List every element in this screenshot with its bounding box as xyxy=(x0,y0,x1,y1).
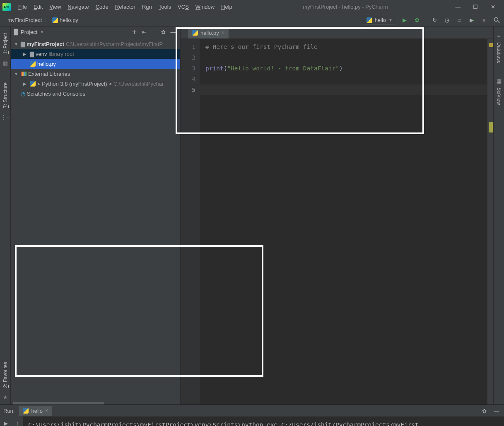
search-everywhere-button[interactable] xyxy=(492,16,501,24)
run-output-line-1: C:\Users\ishit\PycharmProjects\myFirstPr… xyxy=(28,421,419,426)
sciview-icon[interactable]: ▦ xyxy=(496,77,502,84)
locate-button[interactable]: ✛ xyxy=(130,29,138,36)
breadcrumb-file-label: hello.py xyxy=(60,17,78,23)
editor-marker-bar[interactable] xyxy=(487,39,493,404)
python-file-icon xyxy=(52,17,58,23)
close-tab-icon[interactable]: × xyxy=(45,408,48,414)
menu-refactor[interactable]: Refactor xyxy=(112,0,139,14)
run-configuration-selector[interactable]: hello ▼ xyxy=(363,16,396,24)
run-console-output[interactable]: C:\Users\ishit\PycharmProjects\myFirstPr… xyxy=(23,416,504,426)
settings-button[interactable]: ✿ xyxy=(159,29,167,36)
menu-help[interactable]: Help xyxy=(218,0,236,14)
run-settings-button[interactable]: ✿ xyxy=(480,407,488,415)
tree-project-root[interactable]: ▼ ▇ myFirstProject C:\Users\ishit\Pychar… xyxy=(11,39,180,49)
tree-venv[interactable]: ▶ ▇ venv library root xyxy=(11,49,180,59)
breadcrumb: myFirstProject 〉 hello.py xyxy=(7,17,78,24)
run-toolbar-secondary: ↑ ↓ ⤶ ⤓ ⎙ 🗑 xyxy=(12,416,23,426)
profile-button[interactable]: ◷ xyxy=(443,16,451,24)
close-button[interactable]: ✕ xyxy=(490,4,496,10)
python-icon xyxy=(30,81,36,87)
library-icon xyxy=(21,72,27,76)
menu-view[interactable]: View xyxy=(46,0,64,14)
python-icon xyxy=(23,408,29,414)
breadcrumb-project[interactable]: myFirstProject xyxy=(7,17,42,23)
project-scrollbar[interactable] xyxy=(11,402,180,404)
sidebar-tab-project[interactable]: 1: Project xyxy=(2,30,9,58)
up-button[interactable]: ↑ xyxy=(13,419,22,426)
tree-python38[interactable]: ▶ < Python 3.8 (myFirstProject) > C:\Use… xyxy=(11,79,180,89)
code-string: "Hello world! - from DataFlair" xyxy=(227,65,339,72)
editor-area: hello.py × 12345 # Here's our first Pych… xyxy=(181,26,493,404)
python-file-icon xyxy=(30,61,36,67)
expand-arrow-icon[interactable]: ▶ xyxy=(23,52,28,56)
attach-button[interactable]: ≣ xyxy=(455,16,463,24)
run-button[interactable]: ▶ xyxy=(400,16,409,24)
folder-icon: ▉ xyxy=(14,29,18,35)
star-icon: ★ xyxy=(2,394,9,400)
svg-line-2 xyxy=(498,21,499,23)
menu-window[interactable]: Window xyxy=(192,0,218,14)
run-anything-button[interactable]: ▶▸ xyxy=(468,16,476,24)
run-toolbar-primary: ▶ ■ ⇲ 📌 xyxy=(0,416,12,426)
menu-navigate[interactable]: Navigate xyxy=(64,0,92,14)
sidebar-tab-database[interactable]: Database xyxy=(495,39,503,67)
sidebar-tab-favorites[interactable]: 2: Favorites xyxy=(2,359,9,391)
expand-all-button[interactable]: ⇤ xyxy=(140,29,148,36)
warning-marker-icon[interactable] xyxy=(489,43,493,47)
warning-range-marker[interactable] xyxy=(489,122,493,132)
tree-py38-path: C:\Users\ishit\Pychar xyxy=(113,81,164,87)
breadcrumb-separator-icon: 〉 xyxy=(44,17,50,24)
stop-button[interactable]: ■ xyxy=(480,16,488,24)
python-file-icon xyxy=(192,30,198,36)
menu-tools[interactable]: Tools xyxy=(155,0,174,14)
tree-py38-label: < Python 3.8 (myFirstProject) > xyxy=(37,81,112,87)
menu-edit[interactable]: Edit xyxy=(30,0,46,14)
tree-venv-hint: library root xyxy=(48,51,74,57)
hide-run-button[interactable]: — xyxy=(492,407,501,415)
run-label: Run: xyxy=(3,408,14,414)
breadcrumb-file[interactable]: hello.py xyxy=(52,17,78,23)
chevron-down-icon: ▼ xyxy=(388,18,393,22)
code-editor[interactable]: # Here's our first Pycharm file print("H… xyxy=(200,39,487,404)
project-tree[interactable]: ▼ ▇ myFirstProject C:\Users\ishit\Pychar… xyxy=(11,38,180,402)
minimize-button[interactable]: — xyxy=(455,4,461,10)
editor-tab-hello[interactable]: hello.py × xyxy=(188,27,229,39)
editor-gutter[interactable]: 12345 xyxy=(181,39,200,404)
menu-code[interactable]: Code xyxy=(92,0,112,14)
expand-arrow-icon[interactable]: ▶ xyxy=(23,82,28,86)
hide-button[interactable]: — xyxy=(169,29,177,36)
sidebar-tab-sciview[interactable]: SciView xyxy=(495,84,503,108)
rerun-button[interactable]: ▶ xyxy=(2,419,10,426)
editor-tab-label: hello.py xyxy=(200,30,219,36)
expand-arrow-icon[interactable]: ▼ xyxy=(14,42,19,46)
project-stripe-icon: ▦ xyxy=(2,60,9,67)
structure-stripe-icon: ⋮≡ xyxy=(2,114,9,120)
python-icon xyxy=(367,17,372,23)
window-title: myFirstProject - hello.py - PyCharm xyxy=(236,4,455,10)
sidebar-tab-structure[interactable]: 7: Structure xyxy=(2,79,9,111)
database-icon[interactable]: ≡ xyxy=(496,32,502,39)
chevron-down-icon[interactable]: ▼ xyxy=(40,30,44,34)
svg-point-1 xyxy=(494,18,498,22)
run-tool-window: Run: hello × ✿ — ▶ ■ ⇲ 📌 ↑ ↓ ⤶ ⤓ ⎙ 🗑 C:\… xyxy=(0,404,504,426)
close-tab-icon[interactable]: × xyxy=(222,30,224,36)
editor-tab-bar: hello.py × xyxy=(181,26,493,39)
tree-scratches[interactable]: ▶ ◔ Scratches and Consoles xyxy=(11,89,180,99)
right-tool-stripe: ≡ Database ▦ SciView xyxy=(493,26,504,404)
menu-run[interactable]: Run xyxy=(139,0,155,14)
folder-icon: ▇ xyxy=(30,51,34,57)
menu-vcs[interactable]: VCS xyxy=(174,0,192,14)
tree-extlibs-label: External Libraries xyxy=(28,71,70,77)
navigation-bar: myFirstProject 〉 hello.py hello ▼ ▶ ↻ ◷ … xyxy=(0,14,504,26)
run-tab-hello[interactable]: hello × xyxy=(19,406,52,416)
left-tool-stripe: 1: Project ▦ 7: Structure ⋮≡ 2: Favorite… xyxy=(0,26,11,404)
tree-hello-label: hello.py xyxy=(37,61,56,67)
run-with-coverage-button[interactable]: ↻ xyxy=(430,16,439,24)
menu-file[interactable]: File xyxy=(15,0,30,14)
scratches-icon: ◔ xyxy=(21,91,25,97)
tree-hello-py[interactable]: hello.py xyxy=(11,59,180,69)
tree-external-libraries[interactable]: ▼ External Libraries xyxy=(11,69,180,79)
expand-arrow-icon[interactable]: ▼ xyxy=(14,72,19,76)
maximize-button[interactable]: ☐ xyxy=(473,4,478,10)
debug-button[interactable] xyxy=(413,16,421,24)
